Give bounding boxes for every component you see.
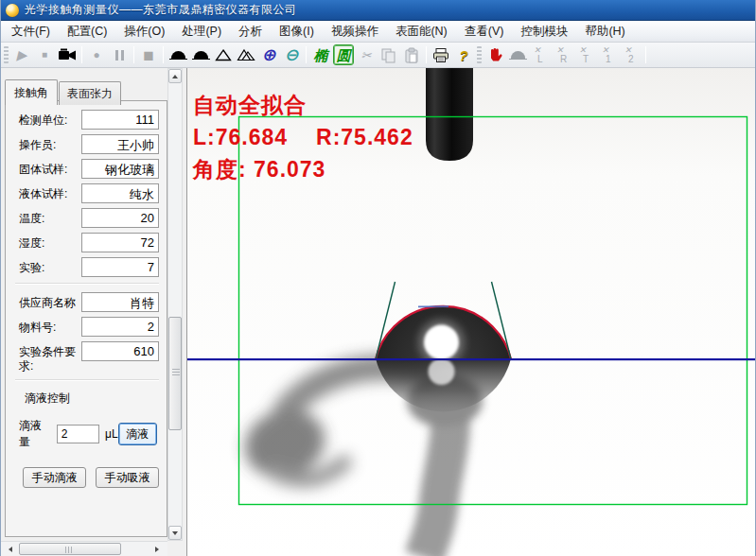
- thumb-grip: [172, 369, 180, 375]
- circle-cross-button[interactable]: ⊕: [258, 44, 279, 65]
- fields-group-1: 检测单位: 111 操作员: 王小帅 固体试样: 钢化玻璃 液体试样: 纯水: [19, 110, 159, 277]
- scroll-left-button[interactable]: [2, 543, 15, 556]
- scroll-right-button[interactable]: [151, 543, 165, 556]
- arrow-right-icon: [155, 547, 162, 552]
- field-label: 实验:: [19, 257, 81, 275]
- field-row: 湿度: 72: [19, 233, 159, 252]
- separator: [306, 46, 307, 63]
- baseline[interactable]: [187, 358, 756, 360]
- triangle-angle-button[interactable]: [213, 44, 234, 65]
- divider: [15, 283, 159, 285]
- cut-icon: ✂: [361, 49, 372, 61]
- paste-button[interactable]: [401, 44, 422, 65]
- clear-top-button[interactable]: ✕T: [575, 44, 596, 65]
- stop-button[interactable]: ■: [34, 44, 55, 65]
- field-input[interactable]: 72: [81, 233, 159, 252]
- print-icon: [431, 47, 450, 63]
- manual-dispense-button[interactable]: 手动滴液: [23, 467, 86, 488]
- menu-item[interactable]: 图像(I): [271, 21, 323, 43]
- dispense-button[interactable]: 滴液: [118, 423, 157, 445]
- lr-angles-line: L:76.684R:75.462: [193, 121, 413, 153]
- panel-horizontal-scrollbar[interactable]: [1, 541, 167, 556]
- ellipse-fit-label: 椭: [314, 48, 328, 62]
- menu-item[interactable]: 表面能(N): [387, 21, 456, 43]
- clear-2-icon: ✕2: [622, 45, 641, 64]
- panel-tab[interactable]: 接触角: [5, 79, 58, 105]
- app-icon: [6, 4, 19, 17]
- clear-left-button[interactable]: ✕L: [530, 44, 551, 65]
- menubar: 文件(F)配置(C)操作(O)处理(P)分析图像(I)视频操作表面能(N)查看(…: [1, 21, 756, 43]
- menu-item[interactable]: 控制模块: [512, 21, 576, 43]
- play-button[interactable]: ▶: [11, 44, 32, 65]
- drop-gray-icon: [511, 51, 525, 59]
- camera-view[interactable]: 自动全拟合 L:76.684R:75.462 角度: 76.073: [186, 68, 756, 556]
- field-row: 实验条件要求: 610: [19, 341, 159, 374]
- window-title: 光学接触角测量仪——东莞市晟鼎精密仪器有限公司: [25, 2, 297, 18]
- manual-suction-button[interactable]: 手动吸液: [96, 467, 159, 488]
- field-input[interactable]: 20: [81, 208, 159, 228]
- field-input[interactable]: 王小帅: [81, 134, 159, 154]
- toolbar: ▶ ■ ● ■ ⊕ ⊖ 椭 圆 ✂ ?: [1, 43, 756, 68]
- clear-top-icon: ✕T: [576, 45, 595, 64]
- separator: [426, 46, 427, 63]
- circle-fit-button[interactable]: 圆: [333, 44, 354, 65]
- menu-item[interactable]: 查看(V): [456, 21, 513, 43]
- clear-2-button[interactable]: ✕2: [621, 44, 642, 65]
- field-input[interactable]: 111: [81, 110, 159, 130]
- menu-item[interactable]: 分析: [230, 21, 271, 43]
- horizontal-scroll-thumb[interactable]: [19, 543, 121, 555]
- clear-1-button[interactable]: ✕1: [598, 44, 619, 65]
- record-button[interactable]: ●: [86, 44, 107, 65]
- angle-value: 角度: 76.073: [193, 153, 413, 185]
- snapshot-button[interactable]: ■: [138, 44, 159, 65]
- field-label: 检测单位:: [19, 110, 81, 128]
- field-input[interactable]: 肖特: [81, 292, 159, 312]
- sessile-drop-button[interactable]: [167, 44, 188, 65]
- field-input[interactable]: 2: [81, 317, 159, 337]
- circle-cross-icon: ⊕: [261, 46, 275, 63]
- field-input[interactable]: 7: [81, 257, 159, 277]
- panel-vertical-scrollbar[interactable]: [167, 68, 183, 541]
- menu-item[interactable]: 文件(F): [3, 21, 59, 43]
- pause-button[interactable]: [109, 44, 130, 65]
- vertical-scroll-thumb[interactable]: [168, 317, 182, 430]
- menu-item[interactable]: 操作(O): [115, 21, 173, 43]
- sessile-drop-2-button[interactable]: [190, 44, 211, 65]
- copy-button[interactable]: [378, 44, 399, 65]
- menu-item[interactable]: 配置(C): [59, 21, 115, 43]
- field-input[interactable]: 纯水: [81, 183, 159, 203]
- field-input[interactable]: 钢化玻璃: [81, 159, 159, 179]
- scroll-down-button[interactable]: [168, 526, 182, 540]
- arrow-up-icon: [172, 75, 178, 78]
- menu-item[interactable]: 帮助(H): [576, 21, 633, 43]
- scroll-up-button[interactable]: [168, 69, 182, 83]
- drop-volume-unit: μL: [105, 427, 118, 441]
- panel-tab[interactable]: 表面张力: [59, 81, 121, 105]
- help-button[interactable]: ?: [453, 44, 474, 65]
- print-button[interactable]: [431, 44, 451, 65]
- ellipse-fit-button[interactable]: 椭: [310, 44, 331, 65]
- stop-icon: ■: [42, 50, 47, 60]
- menu-item[interactable]: 视频操作: [323, 21, 387, 43]
- camera-icon: [57, 47, 78, 62]
- app-window: 光学接触角测量仪——东莞市晟鼎精密仪器有限公司 文件(F)配置(C)操作(O)处…: [0, 0, 756, 556]
- field-row: 液体试样: 纯水: [19, 183, 159, 203]
- camera-button[interactable]: [57, 44, 78, 65]
- pause-icon: [115, 50, 124, 61]
- stop-hand-button[interactable]: [484, 44, 505, 65]
- fields-group-2: 供应商名称 肖特 物料号: 2 实验条件要求: 610: [19, 292, 159, 374]
- drop-volume-row: 滴液量 2 μL 滴液: [19, 418, 159, 450]
- field-label: 湿度:: [19, 233, 81, 251]
- circle-minus-button[interactable]: ⊖: [281, 44, 302, 65]
- cut-button[interactable]: ✂: [356, 44, 377, 65]
- drop-volume-input[interactable]: 2: [57, 425, 99, 443]
- menu-item[interactable]: 处理(P): [173, 21, 230, 43]
- paste-icon: [403, 47, 420, 63]
- field-input[interactable]: 610: [81, 341, 159, 361]
- double-triangle-button[interactable]: [236, 44, 256, 65]
- clear-right-button[interactable]: ✕R: [553, 44, 573, 65]
- drop-control-group-label: 滴液控制: [25, 391, 159, 407]
- separator: [81, 46, 82, 63]
- clear-1-icon: ✕1: [599, 45, 618, 64]
- drop-tool-button[interactable]: [507, 44, 528, 65]
